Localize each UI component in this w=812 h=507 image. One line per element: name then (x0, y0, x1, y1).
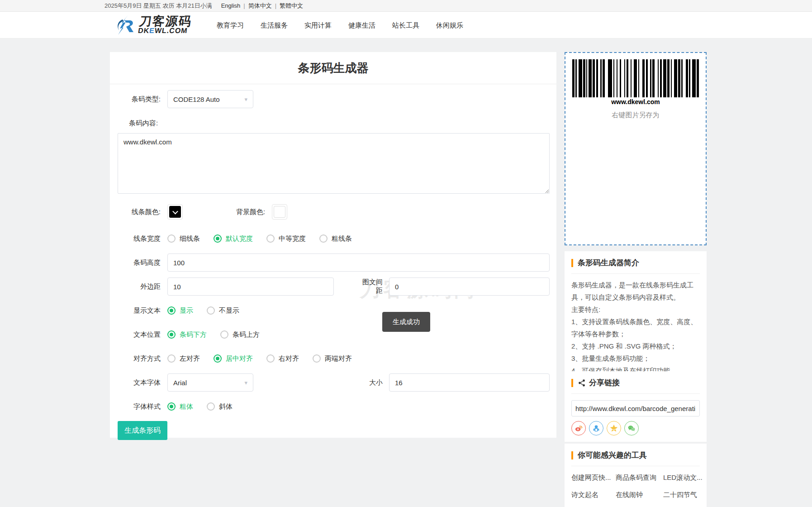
intro-text: 条形码生成器，是一款在线条形码生成工具，可以自定义条形码内容及样式。 主要特点:… (571, 279, 700, 377)
lang-traditional-chinese[interactable]: 繁體中文 (280, 2, 303, 10)
generate-barcode-button[interactable]: 生成条形码 (118, 421, 167, 440)
radio-label: 斜体 (219, 402, 233, 411)
radio-label: 条码上方 (233, 330, 260, 339)
share-url-input[interactable] (571, 400, 700, 416)
text-position-row: 文本位置 条码下方 条码上方 (110, 325, 556, 344)
tool-link[interactable]: 在线闹钟 (616, 491, 663, 499)
radio-label: 粗线条 (332, 234, 352, 243)
intro-paragraph: 2、支持 .PNG 和 .SVG 两种格式； (571, 340, 700, 352)
text-gap-input[interactable] (389, 277, 550, 296)
text-position-label: 文本位置 (118, 330, 161, 339)
radio-icon (167, 234, 176, 243)
margin-row: 外边距 图文间距 (110, 277, 556, 296)
barcode-type-select[interactable]: CODE128 Auto ▾ (167, 90, 253, 108)
colors-row: 线条颜色: 背景颜色: (110, 204, 556, 220)
radio-line-width-medium[interactable]: 中等宽度 (266, 234, 306, 243)
weibo-icon[interactable] (571, 421, 586, 435)
tool-link[interactable]: 创建网页快... (571, 474, 616, 482)
radio-label: 不显示 (219, 306, 239, 315)
logo-domain: DKEWL.COM (138, 27, 191, 34)
interesting-tools-panel: 你可能感兴趣的工具 创建网页快... 商品条码查询 LED滚动文... 诗文起名… (565, 444, 707, 507)
content-label: 条码内容: (110, 119, 556, 128)
align-label: 对齐方式 (118, 354, 161, 363)
barcode-type-value: CODE128 Auto (173, 96, 220, 103)
logo-icon (114, 14, 137, 36)
barcode-text: www.dkewl.com (565, 98, 706, 105)
intro-paragraph: 条形码生成器，是一款在线条形码生成工具，可以自定义条形码内容及样式。 (571, 279, 700, 303)
chevron-down-icon: ▾ (244, 96, 247, 103)
radio-show-text-yes[interactable]: 显示 (167, 306, 193, 315)
intro-paragraph: 3、批量生成条形码功能； (571, 352, 700, 364)
line-width-label: 线条宽度 (118, 234, 161, 243)
bg-color-label: 背景颜色: (236, 208, 265, 216)
barcode-generator-card: 条形码生成器 刀客源码网 条码类型: CODE128 Auto ▾ 条码内容: … (110, 52, 556, 438)
radio-align-center[interactable]: 居中对齐 (214, 354, 253, 363)
nav-item-life[interactable]: 生活服务 (252, 12, 296, 38)
tool-link[interactable]: 诗文起名 (571, 491, 616, 499)
nav-item-calc[interactable]: 实用计算 (296, 12, 340, 38)
radio-label: 中等宽度 (279, 234, 306, 243)
radio-line-width-thin[interactable]: 细线条 (167, 234, 200, 243)
radio-align-left[interactable]: 左对齐 (167, 354, 200, 363)
nav-item-health[interactable]: 健康生活 (340, 12, 384, 38)
radio-icon (214, 234, 222, 243)
site-header: 刀客源码 DKEWL.COM 教育学习 生活服务 实用计算 健康生活 站长工具 … (0, 12, 812, 38)
radio-align-justify[interactable]: 两端对齐 (313, 354, 352, 363)
line-color-picker[interactable] (167, 204, 183, 220)
line-color-swatch (169, 206, 181, 218)
lang-separator: | (275, 2, 276, 9)
font-value: Arial (173, 379, 187, 387)
radio-bold[interactable]: 粗体 (167, 402, 193, 411)
radio-line-width-thick[interactable]: 粗线条 (319, 234, 352, 243)
nav-item-education[interactable]: 教育学习 (209, 12, 252, 38)
radio-italic[interactable]: 斜体 (207, 402, 233, 411)
page-title: 条形码生成器 (110, 52, 556, 76)
tool-link[interactable]: 二十四节气 (663, 491, 703, 499)
radio-icon (220, 330, 228, 339)
barcode-type-row: 条码类型: CODE128 Auto ▾ (110, 90, 556, 108)
radio-icon (167, 402, 176, 411)
lang-simplified-chinese[interactable]: 简体中文 (248, 2, 272, 10)
radio-label: 条码下方 (180, 330, 207, 339)
radio-show-text-no[interactable]: 不显示 (207, 306, 239, 315)
barcode-height-input[interactable] (167, 254, 550, 272)
site-logo[interactable]: 刀客源码 DKEWL.COM (114, 14, 191, 36)
bg-color-swatch (274, 206, 285, 218)
margin-label: 外边距 (118, 282, 161, 291)
nav-item-webmaster[interactable]: 站长工具 (384, 12, 427, 38)
social-icons (571, 421, 700, 435)
lang-separator: | (243, 2, 245, 9)
content-textarea[interactable]: www.dkewl.com (118, 133, 550, 194)
barcode-preview-panel: www.dkewl.com 右键图片另存为 (565, 52, 707, 245)
radio-label: 右对齐 (279, 354, 299, 363)
tool-link[interactable]: LED滚动文... (663, 474, 703, 482)
barcode-height-label: 条码高度 (118, 258, 161, 267)
radio-label: 居中对齐 (226, 354, 253, 363)
intro-panel-title: 条形码生成器简介 (571, 258, 700, 274)
radio-icon (207, 402, 215, 411)
nav-item-entertainment[interactable]: 休闲娱乐 (428, 12, 471, 38)
radio-line-width-default[interactable]: 默认宽度 (214, 234, 253, 243)
font-size-input[interactable] (389, 373, 550, 392)
bg-color-picker[interactable] (272, 204, 287, 220)
radio-text-above[interactable]: 条码上方 (220, 330, 260, 339)
logo-domain-pre: DK (138, 27, 150, 34)
wechat-icon[interactable] (624, 421, 639, 435)
tool-link[interactable]: 商品条码查询 (616, 474, 663, 482)
radio-text-below[interactable]: 条码下方 (167, 330, 207, 339)
radio-icon (319, 234, 328, 243)
tools-grid: 创建网页快... 商品条码查询 LED滚动文... 诗文起名 在线闹钟 二十四节… (571, 474, 700, 507)
font-row: 文本字体 Arial ▾ 大小 (110, 373, 556, 392)
qq-icon[interactable] (589, 421, 603, 435)
line-color-label: 线条颜色: (118, 208, 161, 216)
radio-align-right[interactable]: 右对齐 (266, 354, 299, 363)
qzone-icon[interactable] (607, 421, 621, 435)
lang-english[interactable]: English (221, 2, 241, 9)
barcode-image[interactable] (572, 59, 699, 97)
font-label: 文本字体 (118, 378, 161, 387)
radio-icon (167, 306, 176, 315)
text-gap-label: 图文间距 (357, 278, 383, 295)
logo-title: 刀客源码 (138, 15, 193, 27)
font-select[interactable]: Arial ▾ (167, 373, 253, 392)
margin-input[interactable] (167, 277, 334, 296)
